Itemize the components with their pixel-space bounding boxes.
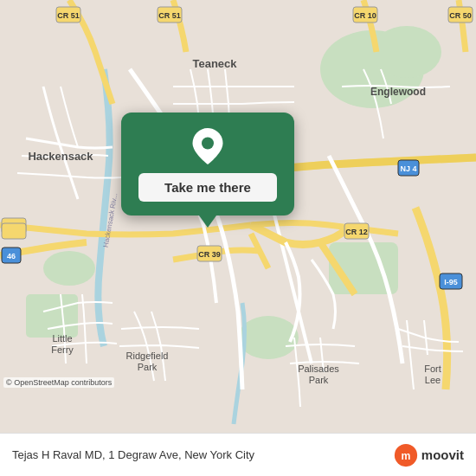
svg-text:Lee: Lee [425, 375, 441, 385]
location-popup: Take me there [121, 113, 294, 215]
svg-point-4 [238, 316, 299, 359]
svg-text:m: m [401, 450, 410, 462]
svg-text:CR 51: CR 51 [158, 11, 181, 20]
map-container[interactable]: CR 51 CR 51 CR 10 CR 50 NJ 4 46 I-95 CR … [0, 0, 476, 433]
svg-rect-27 [2, 223, 26, 239]
svg-text:CR 51: CR 51 [57, 11, 80, 20]
moovit-brand-icon: m [394, 443, 418, 467]
svg-rect-6 [26, 294, 78, 338]
moovit-brand-text: moovit [421, 447, 464, 462]
svg-text:Ferry: Ferry [51, 344, 74, 355]
svg-text:CR 10: CR 10 [354, 11, 376, 20]
svg-text:Park: Park [138, 362, 158, 372]
svg-point-40 [202, 138, 214, 150]
svg-text:Englewood: Englewood [370, 86, 426, 98]
moovit-logo: m moovit [394, 443, 464, 467]
svg-text:Ridgefield: Ridgefield [126, 351, 169, 361]
osm-attribution: © OpenStreetMap contributors [3, 377, 114, 388]
bottom-bar: Tejas H Raval MD, 1 Degraw Ave, New York… [0, 433, 476, 476]
svg-text:Fort: Fort [424, 363, 441, 374]
address-text: Tejas H Raval MD, 1 Degraw Ave, New York… [12, 448, 394, 461]
svg-text:CR 39: CR 39 [198, 250, 221, 259]
svg-point-5 [43, 251, 95, 286]
svg-text:CR 12: CR 12 [345, 228, 368, 236]
svg-text:Hackensack: Hackensack [28, 150, 93, 163]
map-svg: CR 51 CR 51 CR 10 CR 50 NJ 4 46 I-95 CR … [0, 0, 476, 433]
location-pin-icon [190, 128, 226, 164]
svg-text:NJ 4: NJ 4 [400, 164, 416, 173]
svg-text:Little: Little [52, 333, 72, 344]
svg-text:Teaneck: Teaneck [192, 57, 237, 70]
svg-text:Palisades: Palisades [298, 363, 339, 374]
take-me-there-button[interactable]: Take me there [138, 173, 277, 202]
svg-text:I-95: I-95 [444, 278, 458, 286]
svg-text:Park: Park [309, 375, 329, 385]
svg-text:CR 50: CR 50 [449, 11, 472, 20]
svg-text:46: 46 [7, 252, 16, 261]
svg-point-2 [372, 26, 441, 78]
